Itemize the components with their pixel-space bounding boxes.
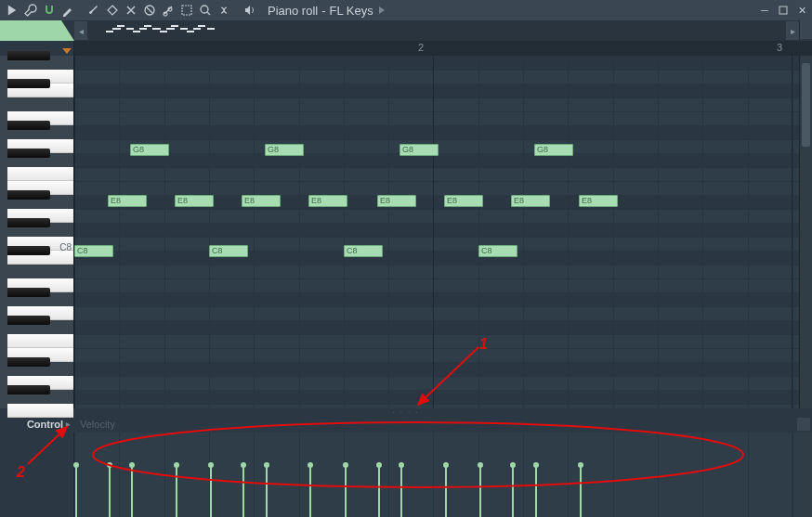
minimap-track[interactable] <box>87 21 786 40</box>
corner-swatch[interactable] <box>0 20 74 41</box>
minimap[interactable]: ◂ ▸ <box>74 20 799 41</box>
velocity-event[interactable] <box>378 465 380 517</box>
black-key[interactable] <box>7 288 50 297</box>
velocity-event[interactable] <box>535 465 537 517</box>
black-key[interactable] <box>7 190 50 200</box>
control-options-button[interactable] <box>797 418 810 431</box>
velocity-event[interactable] <box>75 465 77 517</box>
velocity-lane[interactable] <box>74 433 799 517</box>
resize-dots-icon: · · · · <box>392 408 420 417</box>
zoom-icon[interactable] <box>197 2 214 19</box>
midi-note[interactable]: E8 <box>444 195 483 207</box>
vertical-scrollbar[interactable] <box>799 56 812 408</box>
midi-note[interactable]: E8 <box>511 195 550 207</box>
paint-icon[interactable] <box>104 2 121 19</box>
title-prefix: Piano roll <box>268 4 318 18</box>
slice-icon[interactable] <box>160 2 177 19</box>
timeline-ruler[interactable]: 23 <box>74 41 799 56</box>
midi-note[interactable]: E8 <box>579 195 618 207</box>
close-button[interactable]: ✕ <box>795 4 808 17</box>
midi-note[interactable]: C8 <box>478 245 517 257</box>
play-icon[interactable] <box>216 2 232 19</box>
black-key[interactable] <box>7 149 50 158</box>
black-key[interactable] <box>7 121 50 130</box>
velocity-event[interactable] <box>309 465 311 517</box>
midi-note[interactable]: G8 <box>265 144 304 156</box>
bar-number: 2 <box>418 42 424 53</box>
midi-note[interactable]: E8 <box>377 195 416 207</box>
title-channel: FL Keys <box>330 4 373 18</box>
velocity-event[interactable] <box>479 465 481 517</box>
control-sublabel[interactable]: Velocity <box>80 419 115 430</box>
erase-icon[interactable] <box>123 2 139 19</box>
title-chevron-icon[interactable] <box>377 2 386 19</box>
velocity-event[interactable] <box>131 465 133 517</box>
control-lane-label[interactable]: Control ▸ <box>0 419 74 430</box>
scroll-left-button[interactable]: ◂ <box>74 21 87 40</box>
velocity-event[interactable] <box>266 465 268 517</box>
svg-point-2 <box>201 6 208 13</box>
lane-gutter <box>0 433 74 517</box>
midi-note[interactable]: G8 <box>534 144 573 156</box>
control-text: Control <box>27 419 63 430</box>
scroll-thumb[interactable] <box>802 63 810 147</box>
lane-resize-handle[interactable]: · · · · <box>0 408 812 416</box>
velocity-event[interactable] <box>345 465 347 517</box>
title-sep: - <box>321 4 325 18</box>
svg-rect-1 <box>182 6 191 15</box>
midi-note[interactable]: C8 <box>74 245 113 257</box>
black-key[interactable] <box>7 51 50 60</box>
midi-note[interactable]: G8 <box>130 144 169 156</box>
velocity-event[interactable] <box>109 465 111 517</box>
velocity-event[interactable] <box>445 465 447 517</box>
velocity-event[interactable] <box>210 465 212 517</box>
midi-note[interactable]: E8 <box>242 195 281 207</box>
speaker-icon[interactable] <box>242 2 258 19</box>
piano-keyboard[interactable]: C8 <box>0 56 74 408</box>
note-grid[interactable]: G8G8G8G8E8E8E8E8E8E8E8E8C8C8C8C8 <box>74 56 799 408</box>
black-key[interactable] <box>7 218 50 227</box>
wrench-icon[interactable] <box>22 2 39 19</box>
minimize-button[interactable]: ─ <box>758 4 771 17</box>
mute-icon[interactable] <box>141 2 158 19</box>
magnet-icon[interactable] <box>41 2 58 19</box>
scroll-right-button[interactable]: ▸ <box>786 21 799 40</box>
lane-scroll-gap <box>799 433 812 517</box>
midi-note[interactable]: E8 <box>308 195 347 207</box>
midi-note[interactable]: C8 <box>209 245 248 257</box>
black-key[interactable] <box>7 316 50 325</box>
key-label-c8: C8 <box>59 242 72 252</box>
maximize-button[interactable] <box>777 4 790 17</box>
white-key[interactable] <box>7 334 73 348</box>
midi-note[interactable]: C8 <box>344 245 383 257</box>
midi-note[interactable]: G8 <box>399 144 439 156</box>
velocity-event[interactable] <box>512 465 514 517</box>
midi-note[interactable]: E8 <box>175 195 214 207</box>
bar-number: 3 <box>777 42 782 53</box>
velocity-event[interactable] <box>580 465 582 517</box>
black-key[interactable] <box>7 385 50 394</box>
black-key[interactable] <box>7 246 50 255</box>
control-chevron-icon: ▸ <box>66 420 71 429</box>
white-key[interactable] <box>7 404 73 418</box>
velocity-event[interactable] <box>242 465 244 517</box>
brush-icon[interactable] <box>85 2 102 19</box>
window-title: Piano roll - FL Keys <box>268 2 386 19</box>
velocity-event[interactable] <box>176 465 177 517</box>
black-key[interactable] <box>7 357 50 367</box>
midi-note[interactable]: E8 <box>108 195 147 207</box>
draw-pencil-icon[interactable] <box>59 2 76 19</box>
white-key[interactable] <box>7 167 73 181</box>
black-key[interactable] <box>7 79 50 88</box>
velocity-event[interactable] <box>400 465 402 517</box>
ruler-scroll-gap <box>799 41 812 56</box>
page-scroll-placeholder <box>799 20 812 39</box>
titlebar: Piano roll - FL Keys ─ ✕ <box>0 0 812 20</box>
svg-rect-3 <box>779 6 787 14</box>
menu-arrow-icon[interactable] <box>4 2 20 19</box>
select-icon[interactable] <box>178 2 195 19</box>
